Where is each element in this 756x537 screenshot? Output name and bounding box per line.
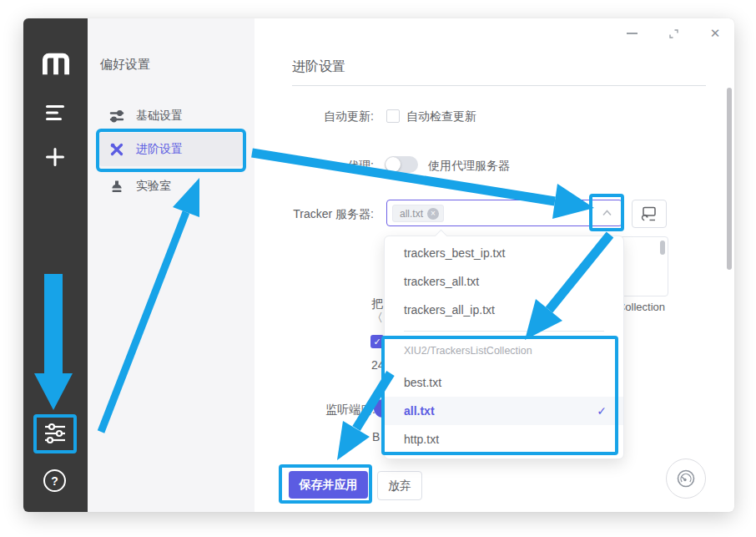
- selected-tag: all.txt ×: [392, 205, 444, 222]
- toggle-knob: [386, 157, 401, 172]
- nav-item-label: 进阶设置: [136, 142, 183, 157]
- preferences-nav: 偏好设置 基础设置 进阶设置: [88, 18, 255, 512]
- dropdown-option[interactable]: trackers_all.txt: [385, 267, 623, 296]
- save-apply-button[interactable]: 保存并应用: [289, 471, 368, 499]
- toggles-icon: [109, 109, 124, 124]
- settings-sliders-icon[interactable]: [43, 423, 67, 444]
- motrix-logo-icon: [39, 50, 73, 77]
- nav-title: 偏好设置: [100, 57, 150, 73]
- discard-button[interactable]: 放弃: [377, 471, 422, 500]
- maximize-button[interactable]: [664, 25, 683, 42]
- close-button[interactable]: ✕: [706, 25, 724, 42]
- hint-text-fragment: 把: [371, 296, 384, 312]
- help-glyph: ?: [51, 474, 58, 488]
- screenshot-root: ? 偏好设置 基础设置 进阶设置: [0, 0, 756, 537]
- sync-interval-fragment: 24: [371, 358, 383, 372]
- dropdown-divider: [404, 331, 604, 332]
- add-task-icon[interactable]: [44, 146, 66, 168]
- title-divider: [292, 85, 706, 86]
- nav-item-basic-settings[interactable]: 基础设置: [99, 99, 243, 133]
- speedometer-icon: [675, 468, 697, 489]
- check-icon: ✓: [597, 397, 607, 425]
- auto-update-checkbox-label: 自动检查更新: [406, 109, 476, 124]
- sync-tracker-button[interactable]: [632, 200, 667, 228]
- listen-port-label: 监听端口:: [275, 403, 375, 418]
- tracker-select[interactable]: all.txt ×: [386, 200, 622, 226]
- dropdown-option[interactable]: trackers_best_ip.txt: [385, 239, 623, 267]
- close-icon: ✕: [710, 26, 721, 41]
- tag-remove-icon[interactable]: ×: [427, 208, 439, 220]
- textarea-scrollbar-thumb[interactable]: [660, 241, 665, 255]
- nav-item-label: 基础设置: [136, 109, 183, 124]
- nav-item-lab[interactable]: 实验室: [99, 170, 243, 203]
- proxy-label: 代理:: [274, 159, 374, 174]
- auto-update-checkbox[interactable]: [386, 109, 400, 123]
- minimize-button[interactable]: [622, 25, 641, 42]
- dropdown-option[interactable]: http.txt: [385, 425, 623, 453]
- tracker-dropdown: trackers_best_ip.txt trackers_all.txt tr…: [384, 236, 624, 459]
- minimize-icon: [627, 33, 638, 34]
- dropdown-option-label: all.txt: [404, 404, 435, 418]
- scrollbar-thumb[interactable]: [727, 88, 732, 270]
- app-sidebar: ?: [23, 18, 88, 512]
- dropdown-option-selected[interactable]: all.txt ✓: [385, 397, 623, 425]
- bt-text-fragment: B: [372, 430, 383, 443]
- sync-icon: [641, 206, 658, 222]
- help-icon[interactable]: ?: [43, 469, 66, 492]
- page-title: 进阶设置: [292, 58, 345, 76]
- nav-item-label: 实验室: [136, 179, 171, 194]
- selected-tag-label: all.txt: [400, 208, 423, 220]
- tools-icon: [109, 142, 124, 157]
- dropdown-option[interactable]: best.txt: [385, 368, 623, 397]
- tracker-label: Tracker 服务器:: [274, 207, 374, 222]
- nav-item-advanced-settings[interactable]: 进阶设置: [99, 133, 243, 166]
- auto-sync-checkbox[interactable]: ✓: [370, 335, 384, 348]
- hint-text-fragment: 〈: [371, 311, 384, 326]
- speed-limit-button[interactable]: [666, 458, 706, 499]
- chevron-up-icon[interactable]: [602, 210, 612, 216]
- proxy-toggle-label: 使用代理服务器: [428, 159, 510, 174]
- task-list-icon[interactable]: [45, 104, 65, 122]
- dropdown-group-label: XIU2/TrackersListCollection: [404, 345, 532, 357]
- proxy-toggle[interactable]: [385, 156, 418, 173]
- maximize-icon: [668, 28, 679, 39]
- stamp-icon: [109, 179, 124, 194]
- preferences-window: ? 偏好设置 基础设置 进阶设置: [23, 18, 734, 512]
- auto-update-label: 自动更新:: [274, 109, 374, 124]
- dropdown-option[interactable]: trackers_all_ip.txt: [385, 296, 623, 324]
